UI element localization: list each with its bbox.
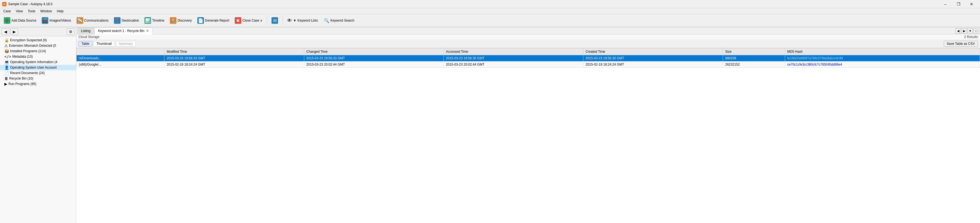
cell-size: 26232152 [723,61,785,68]
sub-tabs: Table Thumbnail Summary [78,41,136,47]
cell-md5: fe18b02e890f7a789c576be8abccdc99 [785,55,980,61]
cell-changed: 2015-03-23 19:56:33 GMT [304,55,444,61]
timeline-icon: 📊 [145,17,151,24]
settings-button[interactable]: ⚙ [67,29,75,35]
dropdown-icon: ▼ [293,19,296,22]
tab-nav-next[interactable]: ▶ [961,28,967,34]
table-row[interactable]: nt/Downloads...2015-03-23 19:56:33 GMT20… [76,55,980,61]
menu-help[interactable]: Help [55,9,66,14]
results-count: 2 Results [964,35,978,39]
minimize-button[interactable]: – [939,0,951,8]
discovery-button[interactable]: 🔬 Discovery [168,16,194,25]
tab-nav-right: ◀ ▶ ▼ □ [956,28,979,34]
sidebar-item-encryption[interactable]: 🔒 Encryption Suspected (9) [0,37,76,43]
close-case-icon: ✖ [235,17,241,24]
package-icon: 📦 [4,49,9,53]
maximize-button[interactable]: ❐ [952,0,965,8]
generate-report-icon: 📄 [197,17,204,24]
geolocation-label: Geolocation [122,19,139,22]
forward-button[interactable]: ▶ [10,29,18,35]
sidebar-item-label-run: Run Programs (95) [8,82,36,86]
sub-tab-summary: Summary [116,41,136,47]
cell-modified: 2015-03-23 19:56:33 GMT [164,55,304,61]
sidebar-item-extension-mismatch[interactable]: ⚠ Extension Mismatch Detected (5 [0,43,76,48]
eye-icon: 👁 [287,18,292,24]
keyword-search-button[interactable]: 🔍 Keyword Search [321,17,357,24]
sidebar: ◀ ▶ ⚙ 🔒 Encryption Suspected (9) ⚠ Exten… [0,27,76,223]
communications-button[interactable]: 📡 Communications [75,16,111,25]
keyword-search-label: Keyword Search [330,19,355,22]
geolocation-button[interactable]: 📍 Geolocation [112,16,141,25]
cell-created: 2015-03-23 19:56:30 GMT [583,55,723,61]
recycle-bin-icon: 🗑 [4,76,8,80]
tabs-bar: Listing Keyword search 1 - Recycle Bin ✕… [76,27,980,34]
add-data-source-label: Add Data Source [11,19,36,22]
menu-window[interactable]: Window [38,9,54,14]
tab-keyword-search-label: Keyword search 1 - Recycle Bin [98,29,145,33]
sidebar-item-metadata[interactable]: </> Metadata (13) [0,54,76,59]
sidebar-item-installed-programs[interactable]: 📦 Installed Programs (114) [0,48,76,54]
tab-close-button[interactable]: ✕ [146,29,149,33]
close-case-button[interactable]: ✖ Close Case ∨ [232,16,265,25]
menu-case[interactable]: Case [1,9,13,14]
sidebar-item-recent-docs[interactable]: 📄 Recent Documents (24) [0,70,76,76]
col-header-size: Size [723,48,785,55]
sidebar-item-label-os-user: Operating System User Account [10,66,57,69]
results-table-wrapper: Modified Time Changed Time Accessed Time… [76,48,980,223]
sidebar-item-os-info[interactable]: 💻 Operating System Information (4 [0,59,76,65]
tab-nav-prev[interactable]: ◀ [956,28,961,34]
table-row[interactable]: (x86)/Google/...2015-02-19 18:24:24 GMT2… [76,61,980,68]
tab-listing[interactable]: Listing [78,27,94,34]
generate-report-label: Generate Report [205,19,229,22]
timeline-button[interactable]: 📊 Timeline [142,16,167,25]
sub-tab-thumbnail[interactable]: Thumbnail [94,41,115,47]
timeline-label: Timeline [152,19,164,22]
toolbar-separator-2 [282,16,283,26]
email-icon: ✉ [272,17,278,24]
keyword-lists-label: Keyword Lists [298,19,318,22]
cell-created: 2015-02-19 18:24:24 GMT [583,61,723,68]
menu-tools[interactable]: Tools [25,9,38,14]
add-data-source-button[interactable]: ➕ Add Data Source [2,16,38,25]
images-videos-label: Images/Videos [49,19,71,22]
cell-name: nt/Downloads... [76,55,164,61]
menu-view[interactable]: View [14,9,25,14]
content-area: Listing Keyword search 1 - Recycle Bin ✕… [76,27,980,223]
generate-report-button[interactable]: 📄 Generate Report [195,16,231,25]
close-button[interactable]: ✕ [965,0,978,8]
sidebar-item-os-user[interactable]: 👤 Operating System User Account [0,65,76,70]
document-icon: 📄 [4,71,9,75]
title-bar: A Sample Case - Autopsy 4.18.0 – ❐ ✕ [0,0,980,8]
sidebar-item-recycle-bin[interactable]: 🗑 Recycle Bin (10) [0,76,76,81]
sub-tab-table[interactable]: Table [78,41,92,47]
code-icon: </> [4,55,11,59]
tab-nav-close-all[interactable]: □ [974,28,979,34]
keyword-lists-button[interactable]: 👁 ▼ Keyword Lists [285,17,320,25]
main-area: ◀ ▶ ⚙ 🔒 Encryption Suspected (9) ⚠ Exten… [0,27,980,223]
communications-label: Communications [84,19,108,22]
col-header-modified: Modified Time [164,48,304,55]
email-button[interactable]: ✉ [269,16,280,25]
sidebar-item-label-os-info: Operating System Information (4 [10,60,57,64]
sidebar-nav: ◀ ▶ ⚙ [0,27,76,36]
discovery-label: Discovery [177,19,192,22]
results-table: Modified Time Changed Time Accessed Time… [76,48,980,68]
save-csv-button[interactable]: Save Table as CSV [944,41,978,47]
cell-md5: ce70c1cfe3cc380cfc7c765045dd96e4 [785,61,980,68]
tab-keyword-search-1[interactable]: Keyword search 1 - Recycle Bin ✕ [95,27,153,34]
toolbar: ➕ Add Data Source 🎬 Images/Videos 📡 Comm… [0,14,980,27]
col-header-created: Created Time [583,48,723,55]
back-button[interactable]: ◀ [2,29,9,35]
communications-icon: 📡 [76,17,83,24]
col-header-md5: MD5 Hash [785,48,980,55]
content-header: Cloud Storage 2 Results [76,34,980,40]
sidebar-item-label-encryption: Encryption Suspected (9) [10,38,47,42]
tab-nav-dropdown[interactable]: ▼ [967,28,973,34]
computer-icon: 💻 [4,60,9,64]
app-icon: A [2,2,6,6]
table-header-row: Modified Time Changed Time Accessed Time… [76,48,980,55]
cell-accessed: 2015-03-23 19:56:30 GMT [444,55,583,61]
menu-bar: Case View Tools Window Help [0,8,980,14]
images-videos-button[interactable]: 🎬 Images/Videos [40,16,73,25]
sidebar-item-run-programs[interactable]: ▶ Run Programs (95) [0,81,76,87]
